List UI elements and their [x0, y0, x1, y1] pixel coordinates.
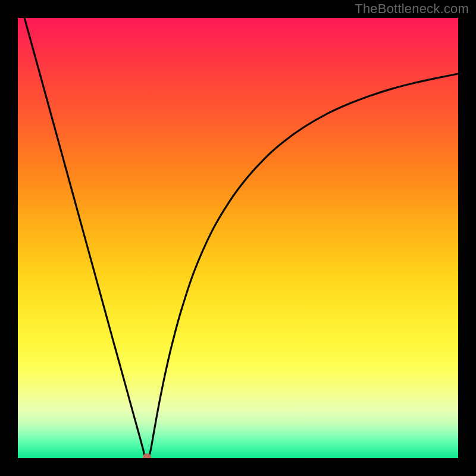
plot-area: [18, 18, 458, 458]
watermark-text: TheBottleneck.com: [355, 1, 469, 17]
minimum-marker-dot: [143, 453, 151, 458]
bottleneck-curve: [18, 18, 458, 458]
chart-frame: TheBottleneck.com: [0, 0, 476, 476]
